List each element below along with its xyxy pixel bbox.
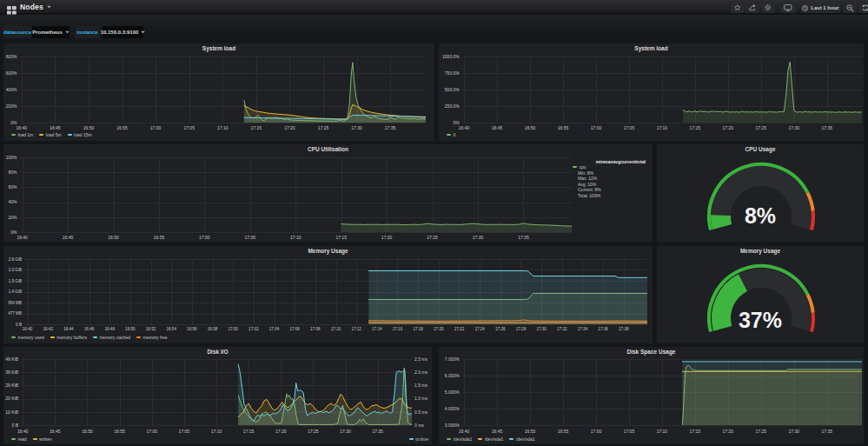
x-tick-label: 17:12 [351,327,361,331]
x-tick-label: 17:00 [591,125,602,130]
y-tick-label-right: 2.0 ms [414,369,428,375]
legend-item[interactable]: load 1m [11,132,33,137]
legend-item[interactable]: /dev/sda1 [509,436,534,442]
legend-item[interactable]: read [11,436,27,442]
legend-item[interactable]: io time [409,436,428,442]
y-tick-label: 800% [6,54,17,59]
series-color-dash [50,336,55,338]
x-tick-label: 17:25 [756,429,767,434]
legend-item[interactable]: /dev/sda1 [478,436,503,442]
legend-stat: Min: 8% [578,170,593,176]
x-tick-label: 16:40 [459,125,470,130]
x-tick-label: 17:10 [657,429,668,434]
y-tick-label: 20% [8,215,17,220]
x-tick-label: 16:50 [82,429,93,434]
panel-title[interactable]: Disk I/O [3,349,432,355]
panel-cpu-usage: CPU Usage8% [657,144,864,242]
series-color-dash [11,134,16,136]
system-load-a-plot[interactable]: 0%200%400%600%800%16:4016:4516:5016:5517… [3,43,434,141]
legend-item[interactable]: memory free [136,335,168,340]
legend-item[interactable]: /dev/sda1 [447,436,472,442]
y-tick-label: 7.000% [445,356,461,362]
legend-item[interactable]: load 15m [68,132,92,137]
y-tick-label: 1000.0% [442,54,460,59]
legend-item[interactable]: memory used [11,335,44,340]
panel-memory-usage-gauge: Memory Usage37% [657,246,864,343]
x-tick-label: 17:28 [516,327,527,331]
panel-title[interactable]: Disk Space Usage [439,349,864,355]
series-color-dash [39,134,43,136]
panel-disk-io: Disk I/O0 B10 KiB20 KiB29 KiB39 KiB49 Ki… [3,347,432,444]
x-tick-label: 17:20 [275,429,287,434]
grid-lines [20,157,573,232]
legend-item[interactable]: load 5m [39,132,61,137]
system-load-b-plot[interactable]: 0%250.0%500.0%750.0%1000.0%16:4016:4516:… [439,43,864,141]
x-tick-label: 16:55 [154,235,165,240]
disk-io-plot[interactable]: 0 B10 KiB20 KiB29 KiB39 KiB49 KiB0 ms0.5… [3,347,432,444]
y-tick-label: 2.8 GiB [9,257,22,262]
x-tick-label: 17:05 [624,125,635,130]
panel-title[interactable]: CPU Usage [657,146,864,152]
x-tick-label: 17:15 [690,429,701,434]
y-tick-label: 250.0% [445,103,461,109]
panel-title[interactable]: CPU Utilisation [3,146,653,152]
x-tick-label: 16:45 [50,125,61,130]
panel-title[interactable]: Memory Usage [657,248,864,254]
x-tick-label: 17:22 [454,327,465,331]
x-tick-label: 16:50 [108,235,119,240]
x-tick-label: 16:40 [459,429,470,434]
x-tick-label: 17:20 [723,125,734,130]
x-tick-label: 17:10 [217,125,229,130]
x-tick-label: 17:30 [351,125,362,130]
y-tick-label: 4.000% [445,406,461,411]
y-tick-label: 49 KiB [5,356,18,362]
disk-space-usage-plot[interactable]: 3.000%4.000%5.000%6.000%7.000%16:4016:45… [439,347,864,444]
y-tick-label-right: 1.0 ms [414,396,428,401]
legend: load 1mload 5mload 15m [11,131,98,138]
y-tick-label: 0% [10,120,17,125]
legend-item[interactable]: written [33,436,52,442]
legend-item[interactable]: 0 [447,132,455,137]
y-tick-label: 0 B [16,323,22,327]
panel-title[interactable]: System load [439,45,864,51]
legend-right: io time [409,436,428,443]
cpu-utilisation-plot[interactable]: 0%20%40%60%80%100%16:4016:4516:5016:5517… [3,144,653,242]
x-tick-label: 17:32 [557,327,567,331]
x-tick-label: 17:05 [183,125,195,130]
x-tick-label: 17:30 [536,327,547,331]
x-tick-label: 17:25 [756,125,767,130]
x-tick-label: 17:16 [393,327,403,331]
x-tick-label: 17:35 [821,429,832,434]
x-tick-label: 16:45 [63,235,74,240]
y-tick-label: 1.9 GiB [9,279,22,283]
y-tick-label: 20 KiB [5,396,18,401]
memory-usage-graph-plot[interactable]: 0 B477 MB954 MB1.4 GiB1.9 GiB2.3 GiB2.8 … [3,246,653,343]
y-tick-label: 1.4 GiB [9,290,22,294]
legend-item[interactable]: memory cached [93,335,130,340]
series-fill-memory-cached [368,271,647,325]
y-tick-label: 0 B [11,423,18,428]
panel-title[interactable]: System load [3,45,434,51]
panel-system-load-b: System load0%250.0%500.0%750.0%1000.0%16… [439,43,864,141]
x-tick-label: 17:25 [427,235,438,240]
x-tick-label: 17:14 [372,327,382,331]
x-tick-label: 17:05 [624,429,635,434]
y-tick-label: 29 KiB [5,383,18,388]
y-tick-label: 954 MB [8,301,22,305]
panel-system-load-a: System load0%200%400%600%800%16:4016:451… [3,43,434,141]
x-tick-label: 16:50 [525,125,536,130]
x-tick-label: 17:08 [310,327,321,331]
series-color-dash [33,438,37,440]
series-color-dash [11,438,16,440]
x-tick-label: 16:40 [17,235,28,240]
x-tick-label: 16:55 [114,429,125,434]
series-line-0 [683,62,862,112]
series-color-dash [509,438,514,440]
legend-item[interactable]: memory buffers [50,335,87,340]
legend-item[interactable]: cpu [573,164,586,170]
series-color-dash [136,336,141,338]
panel-title[interactable]: Memory Usage [3,248,653,254]
legend: memory usedmemory buffersmemory cachedme… [11,334,174,341]
x-tick-label: 16:56 [187,327,197,331]
y-tick-label: 3.000% [445,423,461,428]
